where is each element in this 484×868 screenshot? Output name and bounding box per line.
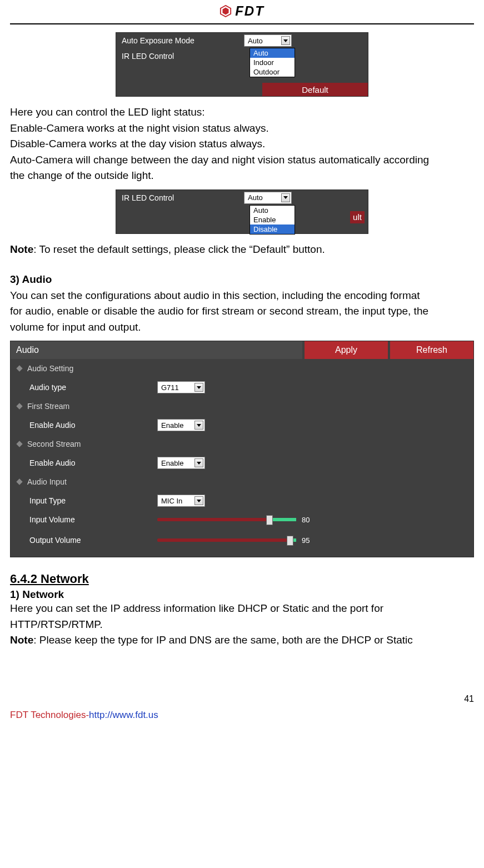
chevron-down-icon xyxy=(194,496,203,505)
heading-network: 6.4.2 Network xyxy=(10,572,474,586)
section-3-text: You can set the configurations about aud… xyxy=(10,288,474,336)
text-line: You can set the configurations about aud… xyxy=(10,288,474,304)
text-line: volume for input and output. xyxy=(10,320,474,336)
note-default: Note: To reset the default settings, ple… xyxy=(10,242,474,258)
text-line: Here you can set the IP address informat… xyxy=(10,601,474,617)
section-first-stream: First Stream xyxy=(11,397,473,416)
default-button-1[interactable]: Default xyxy=(262,83,368,96)
chevron-down-icon xyxy=(194,458,203,467)
chevron-down-icon xyxy=(194,421,203,430)
ir-option-enable[interactable]: Enable xyxy=(250,215,295,225)
page-header: FDT xyxy=(10,0,474,20)
audio-panel: Audio Apply Refresh Audio Setting Audio … xyxy=(10,341,474,557)
note-text: : To reset the default settings, please … xyxy=(33,243,325,255)
ir-option-auto[interactable]: Auto xyxy=(250,206,295,215)
input-type-label: Input Type xyxy=(29,496,157,505)
slider-thumb[interactable] xyxy=(287,536,293,546)
section-label: Audio Input xyxy=(27,477,67,486)
text-line: HTTP/RTSP/RTMP. xyxy=(10,617,474,633)
refresh-button[interactable]: Refresh xyxy=(390,341,473,359)
text-line: the change of the outside light. xyxy=(10,168,474,184)
page-number: 41 xyxy=(464,694,474,704)
section-label: First Stream xyxy=(27,402,69,411)
text-line: Disable-Camera works at the day vision s… xyxy=(10,136,474,152)
svg-marker-6 xyxy=(197,462,201,465)
enable-audio-1-label: Enable Audio xyxy=(29,421,157,430)
exposure-option-outdoor[interactable]: Outdoor xyxy=(250,67,295,77)
network-text: Here you can set the IP address informat… xyxy=(10,601,474,632)
audio-type-select[interactable]: G711 xyxy=(157,381,205,393)
default-partial-label: ult xyxy=(353,212,362,222)
note-network: Note: Please keep the type for IP and DN… xyxy=(10,632,474,648)
ir-panel: IR LED Control Auto Auto Enable Disable … xyxy=(116,189,368,234)
subheading-network: 1) Network xyxy=(10,588,474,601)
exposure-select[interactable]: Auto xyxy=(244,34,292,47)
enable-audio-1-select[interactable]: Enable xyxy=(157,419,205,431)
section-audio-input: Audio Input xyxy=(11,472,473,491)
ir-select[interactable]: Auto xyxy=(244,192,292,204)
refresh-label: Refresh xyxy=(416,345,447,355)
apply-label: Apply xyxy=(335,345,357,355)
exposure-option-auto[interactable]: Auto xyxy=(250,48,295,58)
text-line: Enable-Camera works at the night vision … xyxy=(10,121,474,137)
enable-audio-2-label: Enable Audio xyxy=(29,458,157,467)
output-volume-label: Output Volume xyxy=(29,536,157,545)
text-line: Here you can control the LED light statu… xyxy=(10,104,474,121)
enable-audio-2-value: Enable xyxy=(161,459,183,467)
footer-link[interactable]: http://www.fdt.us xyxy=(89,710,158,720)
section-second-stream: Second Stream xyxy=(11,435,473,453)
page-footer: FDT Technologies-http://www.fdt.us 41 xyxy=(10,710,474,721)
note-text: : Please keep the type for IP and DNS ar… xyxy=(33,634,413,646)
audio-title: Audio xyxy=(11,341,302,359)
svg-marker-5 xyxy=(197,424,201,427)
exposure-option-indoor[interactable]: Indoor xyxy=(250,58,295,67)
enable-audio-1-value: Enable xyxy=(161,421,183,430)
input-type-value: MIC In xyxy=(161,497,182,505)
output-volume-slider[interactable] xyxy=(157,538,296,542)
diamond-icon xyxy=(16,365,22,371)
input-volume-value: 80 xyxy=(302,516,317,524)
apply-button[interactable]: Apply xyxy=(305,341,388,359)
hexagon-icon xyxy=(219,5,232,17)
ir-option-disable[interactable]: Disable xyxy=(250,225,295,234)
input-volume-label: Input Volume xyxy=(29,515,157,524)
audio-type-value: G711 xyxy=(161,383,179,392)
exposure-select-value: Auto xyxy=(248,37,263,45)
chevron-down-icon xyxy=(194,383,203,392)
enable-audio-2-select[interactable]: Enable xyxy=(157,457,205,469)
footer-company: FDT Technologies- xyxy=(10,710,89,720)
exposure-dropdown[interactable]: Auto Indoor Outdoor xyxy=(250,48,295,77)
text-line: for audio, enable or disable the audio f… xyxy=(10,303,474,320)
default-button-partial[interactable]: ult xyxy=(350,211,365,223)
exposure-panel: Auto Exposure Mode Auto IR LED Control A… xyxy=(116,32,368,97)
brand-logo: FDT xyxy=(219,3,265,19)
diamond-icon xyxy=(16,403,22,409)
input-volume-slider[interactable] xyxy=(157,518,296,521)
output-volume-value: 95 xyxy=(302,536,317,545)
audio-type-label: Audio type xyxy=(29,383,157,392)
section-label: Audio Setting xyxy=(27,364,73,373)
text-line: Auto-Camera will change between the day … xyxy=(10,152,474,168)
svg-marker-1 xyxy=(223,8,229,15)
chevron-down-icon xyxy=(281,36,290,45)
chevron-down-icon xyxy=(281,193,290,202)
default-button-label: Default xyxy=(302,85,328,94)
brand-text: FDT xyxy=(235,3,265,19)
ir-label-1: IR LED Control xyxy=(122,52,244,61)
svg-marker-7 xyxy=(197,500,201,502)
ir-label-2: IR LED Control xyxy=(122,193,244,202)
svg-marker-4 xyxy=(197,386,201,389)
header-rule xyxy=(10,23,474,24)
section-audio-setting: Audio Setting xyxy=(11,359,473,378)
slider-thumb[interactable] xyxy=(266,515,273,525)
svg-marker-2 xyxy=(283,39,288,42)
section-label: Second Stream xyxy=(27,440,81,448)
section-3-title: 3) Audio xyxy=(10,272,474,288)
input-type-select[interactable]: MIC In xyxy=(157,495,205,507)
svg-marker-3 xyxy=(283,196,288,199)
ir-dropdown[interactable]: Auto Enable Disable xyxy=(250,205,295,235)
led-description: Here you can control the LED light statu… xyxy=(10,104,474,184)
ir-select-value: Auto xyxy=(248,193,263,202)
note-label: Note xyxy=(10,243,33,255)
diamond-icon xyxy=(16,478,22,485)
